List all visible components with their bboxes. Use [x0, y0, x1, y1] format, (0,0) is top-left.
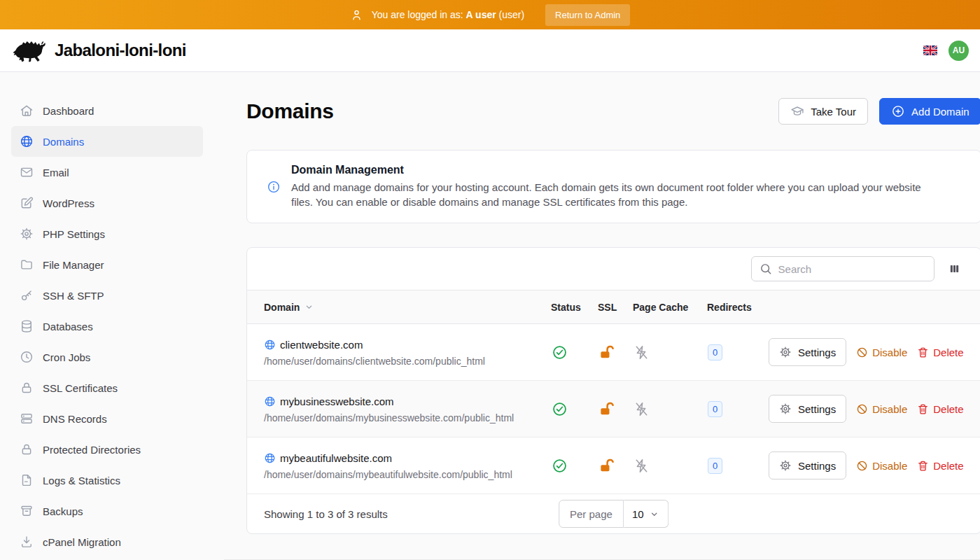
key-icon — [20, 288, 34, 302]
per-page-label: Per page — [559, 500, 624, 528]
results-summary: Showing 1 to 3 of 3 results — [264, 508, 388, 520]
domain-row-clientwebsite-com: clientwebsite.com /home/user/domains/cli… — [247, 324, 980, 381]
column-header-status: Status — [551, 302, 598, 313]
disable-button[interactable]: Disable — [856, 346, 907, 358]
download-icon — [20, 535, 34, 549]
banner-user-name: A user — [466, 9, 496, 20]
info-icon — [267, 180, 281, 194]
sidebar-item-label: Databases — [43, 321, 93, 332]
sidebar-item-ssh-sftp[interactable]: SSH & SFTP — [11, 280, 203, 311]
return-to-admin-button[interactable]: Return to Admin — [545, 4, 630, 26]
column-header-redirects: Redirects — [707, 302, 769, 313]
sidebar-item-logs-statistics[interactable]: Logs & Statistics — [11, 465, 203, 496]
lock-icon — [20, 381, 34, 395]
gear-icon — [20, 227, 34, 241]
chevron-down-icon — [650, 509, 660, 519]
sidebar-item-domains[interactable]: Domains — [11, 126, 203, 157]
settings-button[interactable]: Settings — [769, 395, 846, 423]
domain-name: mybeautifulwebsite.com — [280, 453, 392, 463]
redirects-count-badge: 0 — [708, 344, 722, 360]
take-tour-label: Take Tour — [811, 106, 856, 118]
domain-name: mybusinesswebsite.com — [280, 396, 394, 407]
info-box-title: Domain Management — [291, 164, 939, 176]
plus-circle-icon — [891, 104, 905, 118]
lock-icon — [20, 442, 34, 456]
domain-globe-icon — [264, 452, 276, 464]
trash-icon — [917, 460, 929, 472]
search-icon — [759, 262, 773, 276]
add-domain-button[interactable]: Add Domain — [879, 98, 980, 125]
column-settings-button[interactable] — [947, 262, 962, 276]
table-footer: Showing 1 to 3 of 3 results Per page 10 — [247, 494, 980, 533]
globe-icon — [20, 134, 34, 148]
sidebar-item-php-settings[interactable]: PHP Settings — [11, 218, 203, 249]
column-header-domain[interactable]: Domain — [264, 302, 551, 313]
sidebar-item-dns-records[interactable]: DNS Records — [11, 403, 203, 434]
sidebar-item-ssl-certificates[interactable]: SSL Certificates — [11, 372, 203, 403]
mail-icon — [20, 165, 34, 179]
disable-button[interactable]: Disable — [856, 460, 907, 472]
column-header-page-cache: Page Cache — [633, 302, 707, 313]
page-cache-off-icon — [634, 458, 650, 474]
user-avatar[interactable]: AU — [948, 41, 969, 61]
per-page-select[interactable]: 10 — [624, 500, 669, 528]
sidebar-item-wordpress[interactable]: WordPress — [11, 188, 203, 218]
brand-title: Jabaloni-loni-loni — [55, 41, 186, 60]
sidebar-item-label: Dashboard — [43, 105, 94, 117]
info-box-description: Add and manage domains for your hosting … — [291, 180, 939, 209]
ban-icon — [856, 346, 868, 358]
table-body: clientwebsite.com /home/user/domains/cli… — [247, 324, 980, 494]
page-cache-off-icon — [634, 344, 650, 360]
domain-document-root: /home/user/domains/mybusinesswebsite.com… — [264, 413, 551, 423]
domain-name: clientwebsite.com — [280, 340, 363, 350]
user-icon — [350, 8, 363, 22]
disable-button[interactable]: Disable — [856, 403, 907, 415]
main-content: Domains Take Tour Add Domain — [224, 72, 980, 560]
status-enabled-icon — [552, 344, 568, 360]
per-page-control: Per page 10 — [559, 500, 669, 528]
impersonation-banner: You are logged in as: A user (user) Retu… — [0, 0, 980, 29]
domain-document-root: /home/user/domains/mybeautifulwebsite.co… — [264, 470, 551, 479]
sidebar-item-file-manager[interactable]: File Manager — [11, 249, 203, 280]
sidebar-item-dashboard[interactable]: Dashboard — [11, 95, 203, 126]
delete-button[interactable]: Delete — [917, 403, 963, 415]
sidebar-item-label: Backups — [43, 505, 83, 517]
domain-row-mybeautifulwebsite-com: mybeautifulwebsite.com /home/user/domain… — [247, 438, 980, 494]
banner-user-role: (user) — [499, 9, 525, 20]
gear-icon — [779, 459, 792, 472]
brand: Jabaloni-loni-loni — [11, 37, 186, 64]
sidebar-item-email[interactable]: Email — [11, 157, 203, 188]
delete-button[interactable]: Delete — [917, 460, 963, 472]
sidebar-item-label: Logs & Statistics — [43, 475, 120, 486]
trash-icon — [917, 403, 929, 415]
settings-button[interactable]: Settings — [769, 338, 846, 366]
column-header-ssl: SSL — [598, 302, 633, 313]
domain-row-mybusinesswebsite-com: mybusinesswebsite.com /home/user/domains… — [247, 381, 980, 438]
info-box: Domain Management Add and manage domains… — [246, 150, 980, 223]
ssl-unlocked-icon — [598, 344, 615, 360]
sidebar-item-protected-directories[interactable]: Protected Directories — [11, 434, 203, 465]
page-title: Domains — [246, 99, 334, 123]
language-flag-icon[interactable] — [923, 46, 937, 55]
sidebar-item-label: Domains — [43, 136, 84, 148]
search-input[interactable] — [751, 256, 934, 281]
clock-icon — [20, 350, 34, 364]
settings-button[interactable]: Settings — [769, 451, 846, 479]
delete-button[interactable]: Delete — [917, 346, 963, 358]
boar-logo-icon — [11, 37, 46, 64]
sidebar-item-label: Email — [43, 167, 69, 178]
domain-globe-icon — [264, 339, 276, 351]
domain-globe-icon — [264, 396, 276, 407]
sidebar-item-cpanel-migration[interactable]: cPanel Migration — [11, 526, 203, 557]
take-tour-button[interactable]: Take Tour — [778, 98, 868, 125]
domains-table-card: Domain Status SSL Page Cache Redirects c… — [246, 247, 980, 534]
sidebar-item-cron-jobs[interactable]: Cron Jobs — [11, 342, 203, 372]
domain-document-root: /home/user/domains/clientwebsite.com/pub… — [264, 356, 551, 366]
sidebar-item-databases[interactable]: Databases — [11, 311, 203, 342]
add-domain-label: Add Domain — [911, 106, 969, 118]
sort-chevron-icon — [304, 302, 314, 312]
sidebar-item-backups[interactable]: Backups — [11, 496, 203, 526]
sidebar: Dashboard Domains Email WordPress PHP Se… — [0, 72, 224, 560]
ssl-unlocked-icon — [598, 458, 615, 474]
gear-icon — [779, 346, 792, 358]
